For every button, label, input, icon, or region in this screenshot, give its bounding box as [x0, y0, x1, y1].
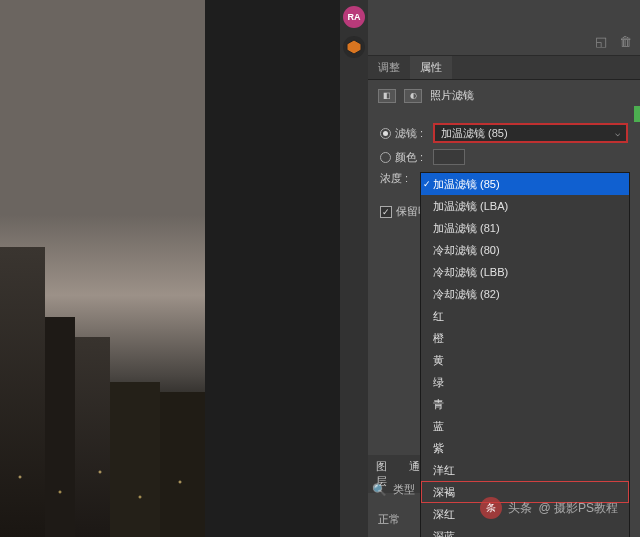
document-photo: [0, 0, 205, 537]
dropdown-option[interactable]: 黄: [421, 349, 629, 371]
city-lights: [0, 447, 205, 527]
filter-dropdown[interactable]: 加温滤镜 (85)加温滤镜 (LBA)加温滤镜 (81)冷却滤镜 (80)冷却滤…: [420, 172, 630, 537]
filter-select-value: 加温滤镜 (85): [441, 126, 508, 141]
dropdown-option[interactable]: 橙: [421, 327, 629, 349]
dropdown-option[interactable]: 冷却滤镜 (82): [421, 283, 629, 305]
trash-icon[interactable]: 🗑: [619, 34, 632, 49]
watermark: 条 头条 @ 摄影PS教程: [480, 497, 618, 519]
dropdown-option[interactable]: 青: [421, 393, 629, 415]
canvas-area[interactable]: [0, 0, 205, 537]
panel-top-bar: ◱ 🗑: [368, 0, 640, 56]
watermark-prefix: 头条: [508, 500, 532, 517]
dropdown-option[interactable]: 加温滤镜 (LBA): [421, 195, 629, 217]
icon-strip: RA: [340, 0, 368, 537]
tab-properties[interactable]: 属性: [410, 56, 452, 79]
dropdown-option[interactable]: 冷却滤镜 (80): [421, 239, 629, 261]
adjustment-layer-icon: ◧: [378, 89, 396, 103]
watermark-logo-icon: 条: [480, 497, 502, 519]
color-swatch[interactable]: [433, 149, 465, 165]
preserve-luminosity-checkbox[interactable]: ✓: [380, 206, 392, 218]
workspace-background: [205, 0, 340, 537]
layer-search-row: 🔍 类型: [372, 482, 415, 497]
dropdown-option[interactable]: 洋红: [421, 459, 629, 481]
blend-mode-select[interactable]: 正常: [378, 512, 400, 527]
color-indicator: [634, 106, 640, 122]
watermark-text: @ 摄影PS教程: [538, 500, 618, 517]
filter-type-label[interactable]: 类型: [393, 482, 415, 497]
adjustment-title: 照片滤镜: [430, 88, 474, 103]
dropdown-option[interactable]: 绿: [421, 371, 629, 393]
density-label: 浓度 :: [380, 171, 414, 186]
fx-plugin-icon[interactable]: [343, 36, 365, 58]
dropdown-option[interactable]: 冷却滤镜 (LBB): [421, 261, 629, 283]
filter-select[interactable]: 加温滤镜 (85) ⌵: [433, 123, 628, 143]
collapse-icon[interactable]: ◱: [595, 34, 607, 49]
dropdown-option[interactable]: 加温滤镜 (81): [421, 217, 629, 239]
filter-radio[interactable]: [380, 128, 391, 139]
filter-label: 滤镜 :: [395, 126, 429, 141]
dropdown-option[interactable]: 红: [421, 305, 629, 327]
chevron-down-icon: ⌵: [615, 128, 620, 138]
svg-marker-0: [347, 40, 361, 54]
tab-adjustments[interactable]: 调整: [368, 56, 410, 79]
mask-icon[interactable]: ◐: [404, 89, 422, 103]
color-radio[interactable]: [380, 152, 391, 163]
search-icon[interactable]: 🔍: [372, 483, 387, 497]
ra-plugin-icon[interactable]: RA: [343, 6, 365, 28]
dropdown-option[interactable]: 紫: [421, 437, 629, 459]
properties-header: ◧ ◐ 照片滤镜: [368, 80, 640, 111]
dropdown-option[interactable]: 深蓝: [421, 525, 629, 537]
panel-tabs: 调整 属性: [368, 56, 640, 80]
dropdown-option[interactable]: 蓝: [421, 415, 629, 437]
color-label: 颜色 :: [395, 150, 429, 165]
dropdown-option[interactable]: 加温滤镜 (85): [421, 173, 629, 195]
